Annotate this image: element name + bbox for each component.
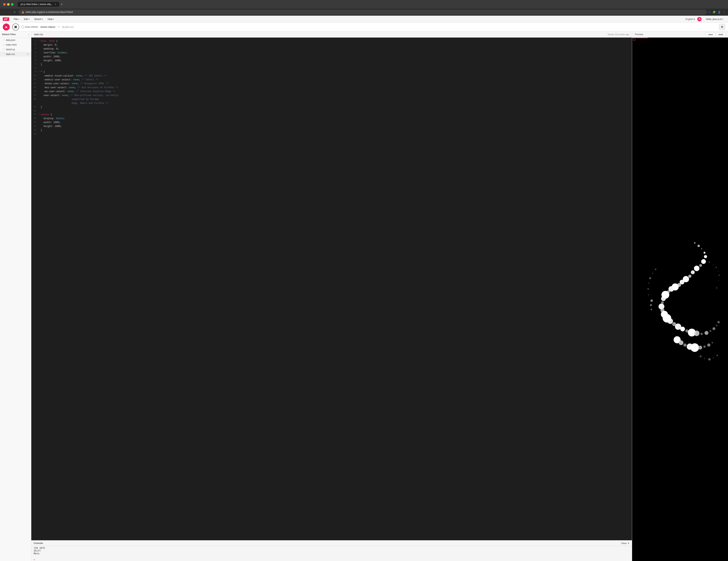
- sidebar-title: Sketch Files: [2, 33, 16, 36]
- svg-point-59: [650, 304, 652, 306]
- svg-point-60: [651, 309, 652, 310]
- user-menu[interactable]: Hello, jens-a-e! ▾: [704, 17, 725, 21]
- new-tab-button[interactable]: +: [59, 2, 64, 6]
- svg-point-8: [691, 270, 695, 274]
- code-line-18: 18: [31, 109, 632, 113]
- file-caret-icon: ▾: [18, 18, 19, 20]
- settings-button[interactable]: ⚙: [719, 24, 725, 30]
- console-input-row: >: [31, 557, 632, 561]
- sidebar-file-data-json[interactable]: 📄 data.json: [0, 38, 31, 42]
- svg-point-38: [683, 343, 687, 346]
- sidebar: Sketch Files ‹ 📄 data.json 📄 index.html …: [0, 31, 31, 561]
- console-line-3: Meta: [34, 552, 630, 555]
- preview-reset-button[interactable]: reset: [716, 32, 725, 36]
- code-line-14: 14 -ms-user-select: none; /* Internet Ex…: [31, 90, 632, 94]
- code-line-16b: Edge, Opera and Firefox */: [31, 101, 632, 105]
- tab-bar: p5.js Web Editor | stixels ellip... ✕ +: [18, 2, 725, 7]
- play-button[interactable]: ▶: [3, 23, 10, 31]
- user-caret-icon: ▾: [722, 18, 723, 20]
- user-avatar[interactable]: JE: [697, 17, 702, 21]
- menu-help[interactable]: Help ▾: [46, 17, 56, 21]
- p5-logo: p5*: [3, 17, 9, 21]
- svg-point-5: [701, 259, 706, 264]
- sidebar-collapse-button[interactable]: ‹: [28, 33, 29, 36]
- back-button[interactable]: ‹: [3, 10, 6, 14]
- refresh-button[interactable]: ↻: [12, 10, 17, 14]
- svg-point-7: [694, 266, 699, 271]
- menu-edit[interactable]: Edit ▾: [22, 17, 32, 21]
- editor-header: style.css Saved: 10 months ago: [31, 31, 632, 38]
- code-line-24: 24: [31, 132, 632, 136]
- code-line-15: 15 user-select: none; /* Non-prefixed ve…: [31, 94, 632, 97]
- sketch-caret-icon: ▾: [42, 18, 43, 20]
- auto-refresh-checkbox[interactable]: [22, 26, 24, 28]
- browser-titlebar: p5.js Web Editor | stixels ellip... ✕ +: [0, 0, 728, 9]
- sidebar-file-index-html[interactable]: 📄 index.html: [0, 42, 31, 47]
- console-prompt-icon: >: [34, 558, 35, 561]
- address-bar[interactable]: 🔒 editor.p5js.org/jens-a-e/sketches/v6pa…: [19, 10, 707, 14]
- svg-point-35: [717, 321, 720, 323]
- svg-point-34: [716, 325, 717, 326]
- console-input[interactable]: [36, 558, 630, 561]
- language-button[interactable]: English ▾: [686, 18, 695, 21]
- auto-refresh-label[interactable]: Auto-refresh: [22, 26, 38, 28]
- code-line-11: 11 -webkit-user-select: none; /* Safari …: [31, 78, 632, 82]
- file-name: index.html: [6, 43, 17, 46]
- svg-point-41: [698, 346, 702, 349]
- user-profile-icon[interactable]: 👤: [718, 11, 721, 14]
- editor-body[interactable]: 1 ▾ html, body { 2 margin: 0; 3 padding:…: [31, 38, 632, 540]
- sidebar-file-sketch-js[interactable]: 📄 sketch.js: [0, 47, 31, 52]
- svg-point-42: [703, 345, 706, 348]
- active-tab[interactable]: p5.js Web Editor | stixels ellip... ✕: [18, 2, 59, 7]
- close-traffic-light[interactable]: [3, 3, 6, 6]
- menu-file[interactable]: File ▾: [12, 17, 21, 21]
- console-pane: Console Clear ▼ 720 1075 Shift Meta >: [31, 540, 632, 561]
- main-area: Sketch Files ‹ 📄 data.json 📄 index.html …: [0, 31, 728, 561]
- console-title: Console: [34, 542, 43, 545]
- editor-filename: style.css: [34, 33, 43, 36]
- extensions-icon[interactable]: 🧩: [713, 11, 716, 14]
- language-label: English: [686, 18, 693, 21]
- minimize-traffic-light[interactable]: [7, 3, 10, 6]
- code-line-23: 23 }: [31, 128, 632, 132]
- file-icon: 📄: [2, 39, 5, 41]
- code-line-4: 4 overflow: hidden;: [31, 51, 632, 55]
- code-line-6: 6 height: 100%;: [31, 59, 632, 63]
- svg-point-65: [716, 355, 718, 356]
- help-caret-icon: ▾: [53, 18, 54, 20]
- code-line-2: 2 margin: 0;: [31, 43, 632, 47]
- svg-point-1: [697, 245, 700, 247]
- maximize-traffic-light[interactable]: [11, 3, 14, 6]
- svg-point-9: [688, 275, 691, 278]
- svg-point-53: [652, 273, 653, 274]
- menu-icon[interactable]: ⋮: [723, 11, 725, 14]
- svg-point-23: [668, 318, 673, 324]
- code-line-21: 21 width: 100%;: [31, 121, 632, 124]
- code-line-17: 17 }: [31, 105, 632, 109]
- forward-button[interactable]: ›: [8, 10, 11, 14]
- code-line-19: 19 ▾ canvas {: [31, 113, 632, 117]
- file-icon: 📄: [2, 53, 5, 55]
- svg-point-51: [716, 287, 717, 288]
- sketch-edit-icon: ✏: [58, 25, 60, 28]
- stop-button[interactable]: [12, 23, 19, 31]
- svg-point-52: [655, 269, 656, 270]
- sidebar-file-style-css[interactable]: 📄 style.css ▼: [0, 52, 31, 57]
- language-caret-icon: ▾: [694, 18, 695, 21]
- svg-point-29: [694, 330, 699, 336]
- nav-icons: ☆ 🧩 👤 ⋮: [708, 11, 725, 14]
- console-clear-button[interactable]: Clear ▼: [621, 542, 630, 544]
- preview-header: Preview save reset: [632, 31, 728, 38]
- menu-sketch[interactable]: Sketch ▾: [32, 17, 45, 21]
- file-icon: 📄: [2, 49, 5, 51]
- console-line-1: 720 1075: [34, 547, 630, 549]
- lock-icon: 🔒: [22, 11, 24, 14]
- svg-point-64: [713, 357, 714, 358]
- tab-close-icon[interactable]: ✕: [55, 3, 56, 6]
- preview-artwork: [632, 38, 728, 561]
- file-name: data.json: [6, 39, 15, 41]
- app: p5* File ▾ Edit ▾ Sketch ▾ Help ▾ Englis…: [0, 16, 728, 561]
- code-line-13: 13 -moz-user-select: none; /* Old versio…: [31, 86, 632, 90]
- bookmark-icon[interactable]: ☆: [708, 11, 711, 14]
- preview-save-button[interactable]: save: [706, 32, 715, 36]
